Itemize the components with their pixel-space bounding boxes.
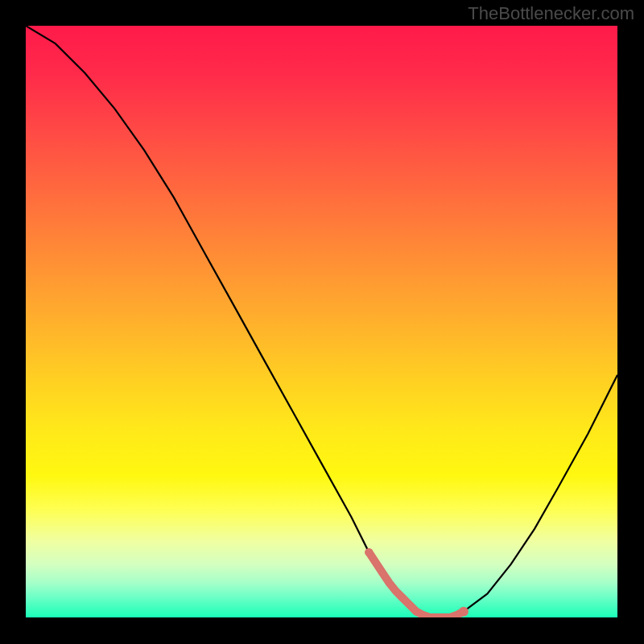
flat-region-dot-end bbox=[459, 607, 469, 617]
flat-region-dot-start bbox=[365, 548, 373, 556]
bottleneck-curve bbox=[26, 26, 617, 617]
plot-area bbox=[26, 26, 617, 617]
flat-region-highlight bbox=[369, 552, 464, 617]
chart-svg bbox=[26, 26, 617, 617]
watermark-text: TheBottlenecker.com bbox=[468, 3, 634, 24]
